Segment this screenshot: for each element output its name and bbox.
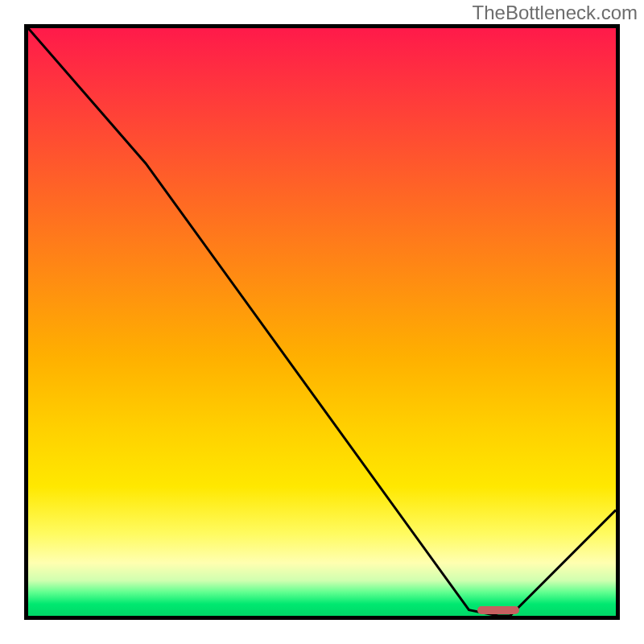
bottleneck-curve-path [28,28,616,616]
watermark-text: TheBottleneck.com [473,2,638,24]
chart-container: TheBottleneck.com [0,0,644,644]
optimal-range-marker [477,606,518,614]
plot-area [24,24,620,620]
chart-line-svg [28,28,616,616]
